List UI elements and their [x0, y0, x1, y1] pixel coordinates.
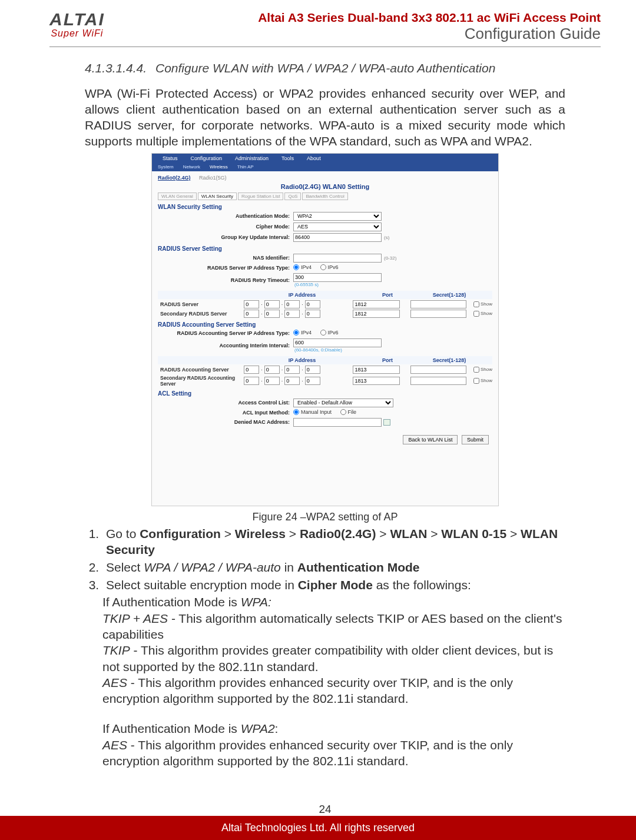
label-ipv6-2: IPv6	[328, 330, 339, 336]
tab-bandwidth[interactable]: Bandwidth Control	[302, 192, 347, 200]
add-mac-icon[interactable]	[383, 419, 390, 426]
label-denied-mac: Denied MAC Address:	[158, 419, 293, 425]
step-2: Select WPA / WPA2 / WPA-auto in Authenti…	[102, 559, 565, 576]
sras-ip-c[interactable]	[284, 377, 300, 385]
select-cipher-mode[interactable]: AES	[293, 223, 382, 231]
radio-manual[interactable]	[293, 409, 299, 415]
radio-ipv4-2[interactable]	[293, 330, 299, 336]
hint-nas: (0-32)	[384, 255, 396, 261]
rs-port[interactable]	[353, 300, 400, 308]
nav-tools[interactable]: Tools	[281, 155, 294, 161]
th-ipaddress-2: IP Address	[246, 357, 358, 363]
srs-secret[interactable]	[410, 310, 466, 318]
input-retry[interactable]	[293, 273, 382, 282]
srs-show[interactable]	[473, 311, 479, 317]
input-acct-interval[interactable]	[293, 338, 382, 347]
tab-wlan-security[interactable]: WLAN Security	[198, 192, 237, 200]
section-number: 4.1.3.1.4.4.	[85, 61, 155, 75]
logo: ALTAI Super WiFi	[49, 11, 105, 39]
heading-radius: RADIUS Server Setting	[158, 245, 492, 252]
ras-ip-b[interactable]	[264, 366, 280, 374]
ras-show[interactable]	[473, 367, 479, 373]
label-nas: NAS Identifier:	[158, 255, 293, 261]
sras-ip-b[interactable]	[264, 377, 280, 385]
label-show-2: Show	[481, 311, 492, 316]
page-header: ALTAI Super WiFi Altai A3 Series Dual-ba…	[49, 11, 601, 47]
label-show-3: Show	[481, 367, 492, 372]
srs-ip-a[interactable]	[244, 310, 259, 318]
ras-ip-d[interactable]	[305, 366, 320, 374]
subnav-wireless[interactable]: Wireless	[210, 164, 228, 170]
srs-port[interactable]	[353, 310, 400, 318]
input-group-key[interactable]	[293, 233, 382, 242]
tab-wlan-general[interactable]: WLAN General	[158, 192, 197, 200]
logo-text-sub: Super WiFi	[51, 28, 103, 39]
label-acct-ip-type: RADIUS Accounting Server IP Address Type…	[158, 330, 293, 336]
sras-ip-a[interactable]	[244, 377, 259, 385]
input-denied-mac[interactable]	[293, 418, 382, 427]
rs-show[interactable]	[473, 301, 479, 307]
sras-ip-d[interactable]	[305, 377, 320, 385]
rs-ip-a[interactable]	[244, 300, 259, 308]
label-file: File	[348, 409, 357, 415]
ras-ip-c[interactable]	[284, 366, 300, 374]
radio-ipv6-2[interactable]	[320, 330, 326, 336]
tab-qos[interactable]: QoS	[284, 192, 301, 200]
heading-radius-acct: RADIUS Accounting Server Setting	[158, 321, 492, 328]
select-acl[interactable]: Enabled - Default Allow	[293, 399, 393, 407]
step-3: Select suitable encryption mode in Ciphe…	[102, 577, 565, 593]
label-show-4: Show	[481, 378, 492, 383]
label-acl-input-method: ACL Input Method:	[158, 410, 293, 416]
label-retry: RADIUS Retry Timeout:	[158, 277, 293, 283]
label-secondary-radius-acct-server: Secondary RADIUS Accounting Server	[158, 375, 244, 387]
steps-list: Go to Configuration > Wireless > Radio0(…	[102, 526, 565, 593]
submit-button[interactable]: Submit	[462, 435, 489, 444]
input-nas[interactable]	[293, 254, 382, 263]
th-secret: Secret(1-128)	[417, 292, 482, 298]
subnav-network[interactable]: Network	[183, 164, 200, 170]
rs-secret[interactable]	[410, 300, 466, 308]
sras-port[interactable]	[353, 377, 400, 385]
nav-about[interactable]: About	[307, 155, 321, 161]
row-secondary-radius-server: Secondary RADIUS Server ... Show	[158, 310, 492, 318]
label-radius-acct-server: RADIUS Accounting Server	[158, 367, 244, 373]
paragraph-tkip-aes: TKIP + AES - This algorithm automaticall…	[102, 610, 565, 643]
rs-ip-d[interactable]	[305, 300, 320, 308]
srs-ip-d[interactable]	[305, 310, 320, 318]
radio-file[interactable]	[340, 409, 346, 415]
label-ipv4-2: IPv4	[301, 330, 312, 336]
label-ipv6: IPv6	[328, 264, 339, 270]
fig-topnav: Status Configuration Administration Tool…	[152, 154, 498, 163]
label-show: Show	[481, 301, 492, 307]
subnav-system[interactable]: System	[158, 164, 174, 170]
rs-ip-c[interactable]	[284, 300, 300, 308]
nav-configuration[interactable]: Configuration	[191, 155, 223, 161]
link-radio0[interactable]: Radio0(2.4G)	[158, 175, 191, 181]
sras-secret[interactable]	[410, 377, 466, 385]
th-secret-2: Secret(1-128)	[417, 357, 482, 363]
nav-administration[interactable]: Administration	[235, 155, 269, 161]
sras-show[interactable]	[473, 378, 479, 384]
label-radius-server: RADIUS Server	[158, 301, 244, 307]
hint-retry: (0-65535 s)	[294, 282, 382, 287]
tab-rogue[interactable]: Rogue Station List	[238, 192, 283, 200]
ras-port[interactable]	[353, 366, 400, 374]
link-radio1[interactable]: Radio1(5G)	[199, 175, 227, 181]
select-auth-mode[interactable]: WPA2	[293, 212, 382, 221]
srs-ip-b[interactable]	[264, 310, 280, 318]
radio-ipv6-1[interactable]	[320, 264, 326, 270]
srs-ip-c[interactable]	[284, 310, 300, 318]
ras-secret[interactable]	[410, 366, 466, 374]
nav-status[interactable]: Status	[163, 155, 178, 161]
subnav-thinap[interactable]: Thin AP	[237, 164, 254, 170]
rs-ip-b[interactable]	[264, 300, 280, 308]
panel-title: Radio0(2.4G) WLAN0 Setting	[158, 183, 492, 190]
paragraph-tkip: TKIP - This algorithm provides greater c…	[102, 642, 565, 675]
heading-wlan-security: WLAN Security Setting	[158, 204, 492, 210]
ras-ip-a[interactable]	[244, 366, 259, 374]
th-port-2: Port	[358, 357, 417, 363]
page-footer: Altai Technologies Ltd. All rights reser…	[0, 816, 636, 840]
radio-ipv4-1[interactable]	[293, 264, 299, 270]
label-acct-interval: Accounting Interim Interval:	[158, 343, 293, 348]
back-button[interactable]: Back to WLAN List	[403, 435, 458, 444]
